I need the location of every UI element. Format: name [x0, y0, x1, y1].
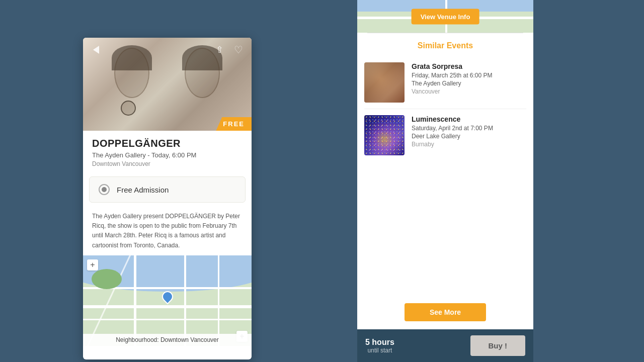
admission-section[interactable]: Free Admission [89, 176, 246, 203]
event-description: The Ayden Gallery present DOPPELGÄNGER b… [83, 207, 252, 255]
artwork-right [181, 45, 224, 126]
see-more-section: See More [357, 295, 533, 329]
event-title: DOPPELGÄNGER [92, 138, 243, 149]
map-location-marker [162, 291, 173, 302]
radio-inner-icon [102, 187, 107, 192]
event-venue-date: The Ayden Gallery - Today, 6:00 PM [92, 151, 243, 159]
similar-event-item[interactable]: Grata Sorpresa Friday, March 25th at 6:0… [364, 56, 526, 109]
map-road [218, 255, 219, 346]
map-road [184, 255, 186, 346]
bottom-bar: 5 hours until start Buy ! [357, 329, 533, 362]
event-image: ⇧ ♡ FREE [83, 38, 252, 131]
see-more-button[interactable]: See More [405, 303, 486, 321]
similar-event-item[interactable]: Luminescence Saturday, April 2nd at 7:00… [364, 109, 526, 161]
free-badge: FREE [216, 117, 252, 131]
share-icon: ⇧ [216, 44, 223, 55]
event-map[interactable]: + + Neighbourhood: Downtown Vancouver [83, 255, 252, 346]
event-details-luminescence: Luminescence Saturday, April 2nd at 7:00… [412, 115, 526, 155]
map-road [134, 255, 136, 346]
heart-icon: ♡ [234, 44, 243, 56]
event-city: Vancouver [412, 88, 526, 95]
back-button[interactable] [89, 43, 103, 57]
event-details-grata: Grata Sorpresa Friday, March 25th at 6:0… [412, 62, 526, 103]
neighbourhood-label: Neighbourhood: Downtown Vancouver [83, 334, 252, 346]
event-name: Luminescence [412, 115, 526, 123]
event-date: Friday, March 25th at 6:00 PM [412, 72, 526, 79]
event-venue: The Ayden Gallery [412, 80, 526, 87]
event-name: Grata Sorpresa [412, 62, 526, 70]
buy-button[interactable]: Buy ! [470, 335, 526, 356]
event-date: Saturday, April 2nd at 7:00 PM [412, 125, 526, 132]
view-venue-button[interactable]: View Venue Info [412, 9, 479, 24]
map-park [92, 269, 122, 289]
time-hours: 5 hours [365, 338, 394, 347]
share-button[interactable]: ⇧ [212, 43, 226, 57]
map-zoom-in-icon[interactable]: + [87, 259, 98, 270]
map-road [83, 305, 252, 308]
time-until-section: 5 hours until start [365, 338, 394, 354]
map-road [83, 319, 252, 320]
event-thumbnail-grata [364, 62, 405, 103]
favorite-button[interactable]: ♡ [231, 43, 246, 57]
artwork-left [111, 45, 153, 126]
back-arrow-icon [93, 46, 99, 54]
event-info-section: DOPPELGÄNGER The Ayden Gallery - Today, … [83, 131, 252, 172]
admission-label: Free Admission [117, 186, 169, 194]
similar-events-list: Grata Sorpresa Friday, March 25th at 6:0… [357, 56, 533, 295]
time-label: until start [365, 347, 394, 354]
right-panel: View Venue Info Similar Events Grata Sor… [357, 0, 533, 362]
event-city: Burnaby [412, 141, 526, 148]
similar-events-header: Similar Events [357, 33, 533, 56]
radio-button[interactable] [99, 184, 110, 195]
event-venue: Deer Lake Gallery [412, 133, 526, 140]
event-thumbnail-luminescence [364, 115, 405, 155]
venue-map-preview[interactable]: View Venue Info [357, 0, 533, 33]
event-location: Downtown Vancouver [92, 160, 243, 167]
event-detail-panel: ⇧ ♡ FREE DOPPELGÄNGER The Ayden Gallery … [83, 38, 252, 359]
